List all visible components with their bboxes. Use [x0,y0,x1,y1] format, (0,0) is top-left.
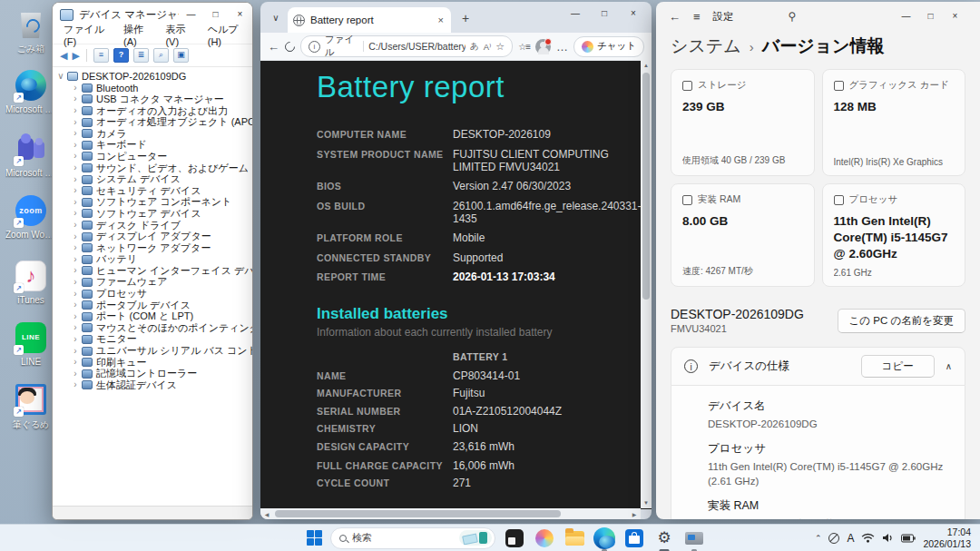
close-button[interactable]: × [943,5,967,27]
expand-chevron-icon[interactable]: › [71,300,80,310]
back-icon[interactable]: ← [669,10,681,24]
refresh-icon[interactable] [283,39,298,54]
expand-chevron-icon[interactable]: › [71,289,80,300]
device-tree-item[interactable]: › オーディオ処理オブジェクト (APO) [56,116,252,128]
desktop-icon-fudegurume[interactable]: ↗ 筆ぐるめ [5,383,56,431]
scan-hardware-icon[interactable]: ⌕ [153,48,169,63]
vertical-scroll-thumb[interactable] [642,73,650,300]
onedrive-paused-icon[interactable] [828,533,839,544]
wifi-icon[interactable] [861,533,875,543]
expand-chevron-icon[interactable]: › [71,277,80,288]
forward-icon[interactable]: ▶ [72,50,79,62]
copilot-chat-button[interactable]: チャット [573,36,644,57]
vertical-scrollbar[interactable]: ▲ ▼ [641,60,652,508]
maximize-button[interactable]: □ [918,5,943,27]
breadcrumb-system[interactable]: システム [671,34,741,58]
settings-titlebar[interactable]: ← ≡ 設定 ⚲ — □ × [656,2,980,31]
taskbar-file-explorer[interactable] [564,527,585,549]
new-tab-button[interactable]: + [455,7,476,29]
hidden-icons-chevron-icon[interactable]: ⌃ [815,534,822,543]
start-button[interactable] [307,530,322,546]
expand-chevron-icon[interactable]: › [71,357,80,368]
favorite-star-icon[interactable]: ☆ [495,41,505,53]
back-icon[interactable]: ← [268,40,279,54]
device-tree-root[interactable]: ∨ DESKTOP-2026109DG [56,71,252,83]
expand-chevron-icon[interactable]: › [71,128,80,139]
expand-chevron-icon[interactable]: › [71,185,80,196]
device-spec-expander[interactable]: i デバイスの仕様 コピー ∧ [671,347,965,386]
expand-chevron-icon[interactable]: › [71,162,80,173]
scroll-up-icon[interactable]: ▲ [641,60,652,71]
desktop-icon-line[interactable]: LINE↗ LINE [5,321,56,367]
copy-button[interactable]: コピー [861,355,935,378]
read-aloud-icon[interactable]: A⁾ [484,42,492,52]
maximize-button[interactable]: □ [590,2,619,25]
taskbar-search[interactable]: 検索 [330,527,495,549]
device-tree-item[interactable]: › ユニバーサル シリアル バス コントローラー [56,345,252,357]
taskbar-store[interactable] [623,527,645,549]
expand-chevron-icon[interactable]: › [71,322,80,333]
expand-chevron-icon[interactable]: › [71,151,80,162]
expand-chevron-icon[interactable]: › [71,254,80,265]
desktop-icon-edge[interactable]: ↗ Microsoft Edge [5,69,56,114]
tab-actions-menu-icon[interactable]: ∨ [266,7,286,29]
chevron-up-icon[interactable]: ∧ [946,361,952,371]
expand-chevron-icon[interactable]: › [71,265,80,276]
device-tree-item[interactable]: › ネットワーク アダプター [56,242,252,254]
taskbar-edge[interactable] [593,527,615,549]
properties-icon[interactable]: ≣ [133,48,149,63]
desktop-icon-teams[interactable]: ↗ Microsoft Tea... [5,133,56,178]
ime-mode-indicator[interactable]: A [847,532,854,545]
expand-chevron-icon[interactable]: › [71,220,80,231]
settings-menu-icon[interactable]: … [556,40,568,54]
minimize-button[interactable]: — [894,5,918,27]
support-icon[interactable]: ▣ [173,48,189,63]
scroll-left-icon[interactable]: ◀ [260,511,273,517]
scroll-right-icon[interactable]: ▶ [628,511,641,517]
tab-close-icon[interactable]: × [436,15,446,25]
collapse-chevron-icon[interactable]: ∨ [56,71,65,82]
battery-icon[interactable] [901,534,916,543]
back-icon[interactable]: ◀ [60,50,67,62]
expand-chevron-icon[interactable]: › [71,311,80,322]
expand-chevron-icon[interactable]: › [71,93,80,104]
expand-chevron-icon[interactable]: › [71,346,80,357]
expand-chevron-icon[interactable]: › [71,105,80,116]
address-path[interactable]: C:/Users/USER/battery-r... [368,41,466,52]
close-button[interactable]: × [619,2,648,25]
device-tree-item[interactable]: › マウスとそのほかのポインティング デバイス [56,322,252,334]
menu-view[interactable]: 表示(V) [160,22,200,48]
hamburger-menu-icon[interactable]: ≡ [693,10,701,24]
translate-icon[interactable]: あ [470,41,479,53]
taskbar-app-dark[interactable] [504,527,525,549]
taskbar-copilot[interactable] [534,527,555,549]
scroll-down-icon[interactable]: ▼ [641,497,652,508]
expand-chevron-icon[interactable]: › [71,83,80,93]
device-tree-item[interactable]: › カメラ [56,128,252,140]
menu-file[interactable]: ファイル(F) [58,22,116,48]
expand-chevron-icon[interactable]: › [71,197,80,208]
desktop-icon-zoom[interactable]: zoom↗ Zoom Workpla... [5,194,56,240]
horizontal-scroll-thumb[interactable] [275,510,561,517]
expand-chevron-icon[interactable]: › [71,231,80,242]
expand-chevron-icon[interactable]: › [71,242,80,253]
expand-chevron-icon[interactable]: › [71,140,80,151]
desktop-icon-itunes[interactable]: ♪↗ iTunes [5,260,56,305]
page-info-icon[interactable]: i [309,41,320,53]
taskbar-device-manager[interactable] [683,527,705,549]
device-tree-item[interactable]: › 生体認証デバイス [56,379,252,391]
taskbar-settings[interactable]: ⚙ [653,527,675,549]
profile-avatar[interactable] [535,39,551,54]
expand-chevron-icon[interactable]: › [71,208,80,219]
expand-chevron-icon[interactable]: › [71,379,80,390]
expand-chevron-icon[interactable]: › [71,334,80,345]
device-tree-item[interactable]: › ファームウェア [56,277,252,289]
horizontal-scrollbar[interactable]: ◀ ▶ [260,508,641,519]
menu-action[interactable]: 操作(A) [118,22,158,48]
volume-icon[interactable] [882,533,894,543]
expand-chevron-icon[interactable]: › [71,174,80,185]
help-icon[interactable]: ? [113,48,129,63]
menu-help[interactable]: ヘルプ(H) [202,22,252,48]
minimize-button[interactable]: — [561,2,590,25]
search-icon[interactable]: ⚲ [789,10,797,23]
